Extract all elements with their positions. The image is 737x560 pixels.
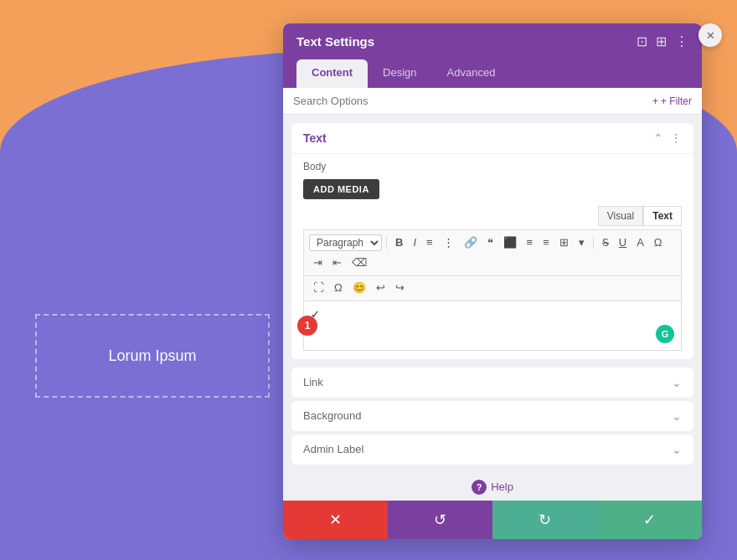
- add-media-button[interactable]: ADD MEDIA: [303, 179, 379, 199]
- header-icons: ⊡ ⊞ ⋮: [636, 33, 688, 49]
- bold-button[interactable]: B: [391, 234, 407, 252]
- fullscreen-button[interactable]: ⛶: [309, 279, 328, 297]
- text-settings-panel: Text Settings ⊡ ⊞ ⋮ Content Design Advan…: [283, 23, 702, 539]
- align-left-button[interactable]: ⬛: [499, 234, 521, 252]
- unordered-list-button[interactable]: ≡: [422, 234, 437, 252]
- ordered-list-button[interactable]: ⋮: [439, 234, 458, 252]
- tab-advanced[interactable]: Advanced: [432, 59, 511, 88]
- more-formats-button[interactable]: ▾: [575, 234, 589, 252]
- panel-title: Text Settings: [296, 34, 374, 49]
- responsive-icon[interactable]: ⊡: [636, 33, 647, 49]
- panel-content: Text ⌃ ⋮ Body ADD MEDIA Visual Text Para…: [283, 115, 702, 501]
- help-icon: ?: [472, 480, 487, 495]
- link-chevron-icon: ⌄: [672, 376, 682, 389]
- text-collapse-icon[interactable]: ⌃: [653, 131, 663, 145]
- clear-format-button[interactable]: ⌫: [348, 254, 371, 272]
- close-outer-button[interactable]: ✕: [698, 23, 722, 47]
- text-section-title: Text: [303, 131, 327, 145]
- align-center-button[interactable]: ≡: [523, 234, 538, 252]
- blockquote-button[interactable]: ❝: [483, 234, 497, 252]
- filter-button[interactable]: + + Filter: [652, 95, 692, 107]
- help-area: ? Help: [283, 468, 702, 501]
- omega-button[interactable]: Ω: [330, 279, 347, 297]
- admin-label-section-header[interactable]: Admin Label ⌄: [291, 434, 693, 465]
- text-section: Text ⌃ ⋮ Body ADD MEDIA Visual Text Para…: [291, 123, 693, 359]
- underline-button[interactable]: U: [615, 234, 631, 252]
- step-badge: 1: [297, 316, 317, 336]
- italic-button[interactable]: I: [409, 234, 420, 252]
- text-color-button[interactable]: A: [632, 234, 648, 252]
- admin-label-chevron-icon: ⌄: [672, 443, 682, 456]
- help-label: Help: [491, 480, 513, 493]
- background-section: Background ⌄: [291, 401, 693, 431]
- background-chevron-icon: ⌄: [672, 409, 682, 423]
- editor-area: Visual Text Paragraph B I ≡ ⋮ 🔗 ❝ ⬛ ≡: [291, 206, 693, 359]
- close-outer-icon: ✕: [706, 29, 715, 42]
- redo-button[interactable]: ↻: [492, 501, 597, 539]
- lorem-box: Lorum Ipsum: [35, 314, 270, 398]
- tab-design[interactable]: Design: [368, 59, 431, 88]
- link-section: Link ⌄: [291, 367, 693, 398]
- table-button[interactable]: ⊞: [555, 234, 573, 252]
- special-chars-button[interactable]: Ω: [650, 234, 667, 252]
- redo-toolbar-button[interactable]: ↪: [391, 279, 409, 297]
- link-button[interactable]: 🔗: [460, 234, 482, 252]
- editor-toolbar-row1: Paragraph B I ≡ ⋮ 🔗 ❝ ⬛ ≡ ≡ ⊞ ▾ S̶ U: [303, 229, 682, 275]
- body-label: Body: [291, 154, 693, 176]
- panel-footer: ✕ ↺ ↻ ✓: [283, 501, 702, 539]
- grammarly-icon: G: [656, 325, 674, 343]
- text-more-icon[interactable]: ⋮: [670, 131, 682, 145]
- visual-button[interactable]: Visual: [598, 206, 643, 226]
- filter-label: + Filter: [661, 95, 692, 107]
- text-button[interactable]: Text: [643, 206, 682, 226]
- filter-plus-icon: +: [652, 95, 658, 107]
- toolbar-sep-1: [386, 236, 387, 249]
- background-section-header[interactable]: Background ⌄: [291, 401, 693, 431]
- cancel-button[interactable]: ✕: [283, 501, 388, 539]
- lorem-text: Lorum Ipsum: [108, 347, 196, 365]
- undo-button[interactable]: ↩: [372, 279, 389, 297]
- text-section-header[interactable]: Text ⌃ ⋮: [291, 123, 693, 154]
- indent-button[interactable]: ⇥: [309, 254, 327, 272]
- panel-header: Text Settings ⊡ ⊞ ⋮: [283, 23, 702, 59]
- editor-body[interactable]: 1 ✓ G: [303, 301, 682, 351]
- reset-button[interactable]: ↺: [388, 501, 492, 539]
- editor-toolbar-row2: ⛶ Ω 😊 ↩ ↪: [303, 275, 682, 300]
- toolbar-sep-2: [593, 236, 594, 249]
- layout-icon[interactable]: ⊞: [656, 33, 667, 49]
- help-link[interactable]: ? Help: [472, 480, 513, 495]
- admin-label-section: Admin Label ⌄: [291, 434, 693, 465]
- text-section-icons: ⌃ ⋮: [653, 131, 682, 145]
- save-button[interactable]: ✓: [597, 501, 702, 539]
- emoji-button[interactable]: 😊: [348, 279, 370, 297]
- background-section-title: Background: [303, 409, 361, 422]
- link-section-title: Link: [303, 376, 323, 388]
- link-section-header[interactable]: Link ⌄: [291, 367, 693, 398]
- tab-content[interactable]: Content: [296, 59, 368, 88]
- admin-label-section-title: Admin Label: [303, 443, 363, 455]
- panel-tabs: Content Design Advanced: [283, 59, 702, 88]
- strikethrough-button[interactable]: S̶: [598, 234, 613, 252]
- paragraph-select[interactable]: Paragraph: [309, 234, 382, 251]
- align-right-button[interactable]: ≡: [539, 234, 554, 252]
- more-options-icon[interactable]: ⋮: [675, 33, 688, 49]
- visual-text-toggle: Visual Text: [303, 206, 682, 226]
- search-bar: + + Filter: [283, 88, 702, 115]
- outdent-button[interactable]: ⇤: [328, 254, 346, 272]
- search-input[interactable]: [293, 95, 652, 107]
